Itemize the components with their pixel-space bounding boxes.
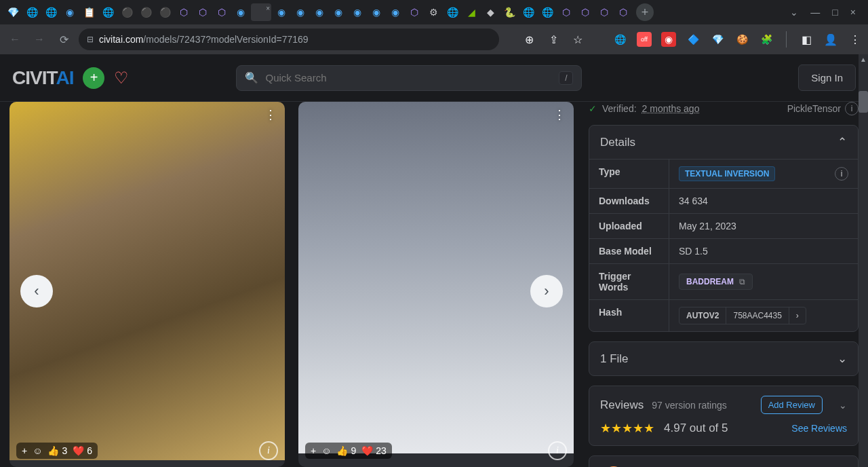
tab-dropdown-icon[interactable]: ⌄ [790,7,798,18]
see-reviews-link[interactable]: See Reviews [791,423,847,434]
sidepanel-icon[interactable]: ◧ [799,32,814,47]
extension-icon[interactable]: 🌐 [612,32,627,47]
tab-icon[interactable]: ◉ [330,3,347,21]
image-info-icon[interactable]: i [259,441,278,460]
scrollbar-thumb[interactable] [859,91,868,113]
window-maximize-icon[interactable]: □ [832,7,837,18]
hash-expand-icon[interactable]: › [789,307,806,324]
tab-icon[interactable]: ◆ [481,3,499,21]
extension-icon[interactable]: ◉ [661,32,676,47]
files-header[interactable]: 1 File ⌄ [589,342,858,375]
menu-icon[interactable]: ⋮ [848,32,863,47]
share-icon[interactable]: ⇪ [546,32,561,47]
heart-reaction[interactable]: ❤️ 6 [73,445,92,456]
hash-value[interactable]: 758AAC4435 [726,307,788,324]
tab-icon[interactable]: 🐍 [500,3,518,21]
info-icon[interactable]: i [835,167,848,181]
search-box[interactable]: 🔍 / [236,65,582,91]
carousel-prev-button[interactable]: ‹ [20,275,53,307]
tab-close-icon[interactable]: × [266,5,270,12]
emoji-reaction-icon[interactable]: ☺ [321,445,331,456]
tab-icon[interactable]: ⬡ [557,3,575,21]
tab-icon[interactable]: ⚙ [425,3,442,21]
extensions-icon[interactable]: 🧩 [759,32,774,47]
tab-icon[interactable]: ◉ [368,3,385,21]
add-reaction-icon[interactable]: + [22,445,27,456]
tab-icon[interactable]: 🌐 [443,3,461,21]
tab-icon[interactable]: ◉ [273,3,290,21]
tab-icon[interactable]: 🌐 [99,3,117,21]
url-bar: ← → ⟳ ⊟ civitai.com/models/72437?modelVe… [0,24,868,54]
tab-icon[interactable]: ◉ [311,3,328,21]
site-info-icon[interactable]: ⊟ [87,35,94,44]
tab-icon[interactable]: ⚫ [156,3,174,21]
carousel-next-button[interactable]: › [530,275,563,307]
tab-icon[interactable]: ◉ [292,3,309,21]
tab-icon[interactable]: 📋 [80,3,98,21]
add-reaction-icon[interactable]: + [311,445,316,456]
address-bar[interactable]: ⊟ civitai.com/models/72437?modelVersionI… [79,29,499,50]
back-button[interactable]: ← [5,30,24,49]
new-tab-button[interactable]: + [636,3,654,21]
detail-key: Base Model [589,239,669,263]
details-header[interactable]: Details ⌃ [589,126,858,159]
profile-icon[interactable]: 👤 [823,32,838,47]
scrollbar-track[interactable] [859,54,868,467]
tab-icon[interactable]: ⚫ [137,3,155,21]
tab-icon[interactable]: ⬡ [595,3,613,21]
like-reaction[interactable]: 👍 3 [47,445,67,456]
create-button[interactable]: + [83,67,104,89]
detail-key: Downloads [589,189,669,213]
tab-icon[interactable]: ⬡ [194,3,212,21]
tab-active[interactable]: × [251,3,271,21]
favorites-icon[interactable]: ♡ [114,69,129,88]
pickle-tensor-label: PickleTensor i [787,102,859,115]
tab-icon[interactable]: ◉ [61,3,79,21]
tab-icon[interactable]: ⬡ [406,3,423,21]
files-panel: 1 File ⌄ [589,341,859,376]
search-input[interactable] [265,72,552,83]
trigger-word-pill[interactable]: BADDREAM⧉ [679,274,753,290]
extension-icon[interactable]: 💎 [710,32,725,47]
reload-button[interactable]: ⟳ [54,30,73,49]
verified-time[interactable]: 2 months ago [642,103,700,114]
extension-icon[interactable]: off [637,32,652,47]
add-review-button[interactable]: Add Review [761,396,823,414]
extension-icon[interactable]: 🔷 [686,32,701,47]
hash-type: AUTOV2 [679,307,726,324]
image-menu-icon[interactable]: ⋮ [264,107,277,122]
install-app-icon[interactable]: ⊕ [521,32,536,47]
like-reaction[interactable]: 👍 9 [336,445,356,456]
bookmark-icon[interactable]: ☆ [570,32,585,47]
tab-icon[interactable]: ⬡ [213,3,231,21]
detail-key: Trigger Words [589,264,669,299]
sign-in-button[interactable]: Sign In [798,64,856,91]
window-minimize-icon[interactable]: — [810,7,820,18]
tab-icon[interactable]: 🌐 [519,3,537,21]
tab-icon[interactable]: 🌐 [538,3,556,21]
window-close-icon[interactable]: × [850,7,856,18]
scroll-up-icon[interactable]: ▲ [860,56,867,62]
tab-icon[interactable]: ◉ [232,3,250,21]
chevron-down-icon[interactable]: ⌄ [839,400,847,411]
tab-icon[interactable]: ⬡ [175,3,193,21]
copy-icon[interactable]: ⧉ [739,277,745,286]
heart-reaction[interactable]: ❤️ 23 [361,445,387,456]
tab-icon[interactable]: ◉ [349,3,366,21]
tab-icon[interactable]: 💎 [4,3,22,21]
forward-button[interactable]: → [30,30,49,49]
tab-icon[interactable]: ◢ [462,3,480,21]
info-icon[interactable]: i [845,102,859,115]
tab-icon[interactable]: ◉ [387,3,404,21]
tab-icon[interactable]: 🌐 [23,3,41,21]
logo[interactable]: CIVITAI [12,67,73,89]
tab-icon[interactable]: 🌐 [42,3,60,21]
extension-icon[interactable]: 🍪 [734,32,749,47]
emoji-reaction-icon[interactable]: ☺ [33,445,42,456]
image-menu-icon[interactable]: ⋮ [553,107,566,122]
tab-icon[interactable]: ⚫ [118,3,136,21]
image-info-icon[interactable]: i [548,441,567,460]
tab-icon[interactable]: ⬡ [614,3,632,21]
creator-panel: Lykon ✪ Joined Dec 30, 2022 ⚙ #1 Follow … [589,455,859,467]
tab-icon[interactable]: ⬡ [576,3,594,21]
